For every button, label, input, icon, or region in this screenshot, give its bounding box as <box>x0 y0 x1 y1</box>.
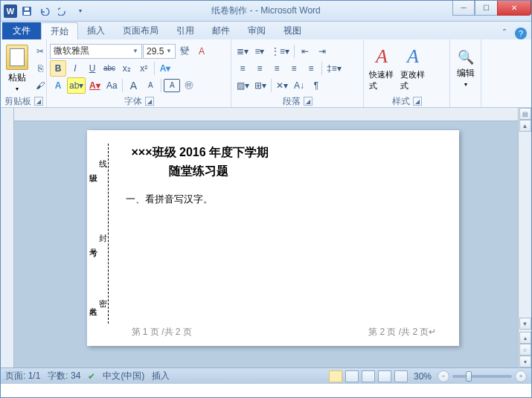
scroll-up-button[interactable]: ▲ <box>519 120 531 132</box>
justify-button[interactable]: ≡ <box>286 60 302 77</box>
numbering-button[interactable]: ≡▾ <box>251 43 268 60</box>
ruler-vertical[interactable] <box>1 108 14 367</box>
italic-button[interactable]: I <box>67 60 83 77</box>
scrollbar-vertical[interactable]: ▤ ▲ ▼ ▴ ○ ▾ <box>518 108 531 367</box>
document-area: 线 班级 封 考号 密 姓名 ×××班级 2016 年度下学期 随堂练习题 一、… <box>1 108 531 367</box>
snap-grid-button[interactable]: ✕▾ <box>274 77 290 94</box>
copy-button[interactable]: ⎘ <box>32 60 48 77</box>
char-shading-button[interactable]: A <box>50 77 66 94</box>
qat-customize-button[interactable]: ▾ <box>72 3 89 19</box>
font-name-combo[interactable]: 微软雅黑▼ <box>50 44 142 59</box>
tab-references[interactable]: 引用 <box>167 22 203 39</box>
font-dialog-launcher[interactable]: ◢ <box>145 97 154 106</box>
page-footer-left: 第 1 页 /共 2 页 <box>132 326 192 338</box>
maximize-button[interactable]: ☐ <box>475 1 497 16</box>
status-words[interactable]: 字数: 34 <box>48 370 80 382</box>
multilevel-button[interactable]: ⋮≡▾ <box>269 43 292 60</box>
font-size-combo[interactable]: 29.5▼ <box>143 44 176 59</box>
zoom-slider-thumb[interactable] <box>466 371 472 382</box>
tab-file[interactable]: 文件 <box>2 22 41 39</box>
prev-page-button[interactable]: ▴ <box>519 332 531 344</box>
phonetic-guide-button[interactable]: 變 <box>176 43 193 60</box>
view-outline-button[interactable] <box>378 370 391 382</box>
distribute-button[interactable]: ≡ <box>303 60 319 77</box>
tab-mailings[interactable]: 邮件 <box>203 22 239 39</box>
char-border-button[interactable]: A <box>164 79 180 92</box>
view-print-layout-button[interactable] <box>329 370 342 382</box>
status-page[interactable]: 页面: 1/1 <box>5 370 40 382</box>
show-marks-button[interactable]: ¶ <box>308 77 324 94</box>
quick-styles-button[interactable]: A 快速样式 <box>367 41 397 95</box>
redo-button[interactable] <box>54 3 71 19</box>
close-button[interactable]: ✕ <box>497 1 531 16</box>
scroll-thumb[interactable] <box>520 133 531 316</box>
strike-button[interactable]: abc <box>101 60 118 77</box>
chevron-down-icon[interactable]: ▼ <box>132 48 138 54</box>
highlight-button[interactable]: ab▾ <box>67 77 86 94</box>
view-draft-button[interactable] <box>394 370 408 382</box>
window-title: 纸卷制作 - - Microsoft Word <box>211 4 320 17</box>
superscript-button[interactable]: x² <box>135 60 152 77</box>
align-right-button[interactable]: ≡ <box>269 60 285 77</box>
align-center-button[interactable]: ≡ <box>251 60 268 77</box>
status-language[interactable]: 中文(中国) <box>103 370 144 382</box>
ruler-horizontal[interactable] <box>14 108 531 121</box>
browse-object-button[interactable]: ○ <box>519 344 531 356</box>
save-button[interactable] <box>19 3 35 19</box>
quick-styles-icon: A <box>376 45 388 68</box>
group-styles: A 快速样式 A 更改样式 样式◢ <box>364 39 450 107</box>
clipboard-dialog-launcher[interactable]: ◢ <box>34 97 43 106</box>
next-page-button[interactable]: ▾ <box>519 356 531 367</box>
view-web-button[interactable] <box>362 370 375 382</box>
change-case-button[interactable]: Aa <box>103 77 120 94</box>
decrease-indent-button[interactable]: ⇤ <box>297 43 313 60</box>
editing-button[interactable]: 🔍 编辑 ▾ <box>453 41 478 95</box>
clear-format-button[interactable]: A <box>193 43 210 60</box>
cut-button[interactable]: ✂ <box>32 43 48 60</box>
enclose-char-button[interactable]: ㊕ <box>181 77 197 94</box>
minimize-ribbon-button[interactable]: ˆ <box>499 28 510 39</box>
minimize-button[interactable]: ─ <box>452 1 475 16</box>
font-color-button[interactable]: A▾ <box>86 77 103 94</box>
bold-button[interactable]: B <box>50 60 66 77</box>
zoom-slider[interactable] <box>452 375 512 378</box>
view-fullscreen-button[interactable] <box>345 370 359 382</box>
align-left-button[interactable]: ≡ <box>234 60 251 77</box>
tab-insert[interactable]: 插入 <box>78 22 114 39</box>
text-effects-button[interactable]: A▾ <box>157 60 173 77</box>
sort-button[interactable]: A↓ <box>291 77 307 94</box>
status-proofing-icon[interactable]: ✔ <box>88 371 95 382</box>
line-spacing-button[interactable]: ‡≡▾ <box>324 60 344 77</box>
subscript-button[interactable]: x₂ <box>118 60 135 77</box>
help-button[interactable]: ? <box>515 28 527 39</box>
scroll-down-button[interactable]: ▼ <box>519 318 531 330</box>
tab-review[interactable]: 审阅 <box>239 22 275 39</box>
zoom-out-button[interactable]: − <box>438 370 449 382</box>
paste-button[interactable]: 粘贴 ▾ <box>4 41 31 95</box>
zoom-in-button[interactable]: + <box>515 370 527 382</box>
increase-indent-button[interactable]: ⇥ <box>314 43 330 60</box>
ruler-toggle-button[interactable]: ▤ <box>519 108 531 120</box>
page[interactable]: 线 班级 封 考号 密 姓名 ×××班级 2016 年度下学期 随堂练习题 一、… <box>87 130 459 346</box>
styles-dialog-launcher[interactable]: ◢ <box>413 97 422 106</box>
chevron-down-icon[interactable]: ▼ <box>166 48 172 54</box>
shading-button[interactable]: ▨▾ <box>234 77 251 94</box>
format-painter-button[interactable]: 🖌 <box>32 77 48 94</box>
change-styles-icon: A <box>407 45 419 68</box>
borders-button[interactable]: ⊞▾ <box>252 77 269 94</box>
zoom-level[interactable]: 30% <box>414 371 432 382</box>
doc-section-1: 一、看拼音写汉字。 <box>126 193 437 206</box>
statusbar: 页面: 1/1 字数: 34 ✔ 中文(中国) 插入 30% − + <box>1 367 531 384</box>
change-styles-button[interactable]: A 更改样式 <box>398 41 428 95</box>
tab-view[interactable]: 视图 <box>275 22 310 39</box>
group-styles-label: 样式 <box>392 95 410 108</box>
paragraph-dialog-launcher[interactable]: ◢ <box>304 97 313 106</box>
grow-font-button[interactable]: A <box>125 77 141 94</box>
tab-home[interactable]: 开始 <box>41 22 78 39</box>
undo-button[interactable] <box>36 3 53 19</box>
bullets-button[interactable]: ≣▾ <box>234 43 251 60</box>
shrink-font-button[interactable]: A <box>142 77 158 94</box>
status-insert-mode[interactable]: 插入 <box>152 370 170 382</box>
underline-button[interactable]: U <box>84 60 100 77</box>
tab-layout[interactable]: 页面布局 <box>114 22 167 39</box>
